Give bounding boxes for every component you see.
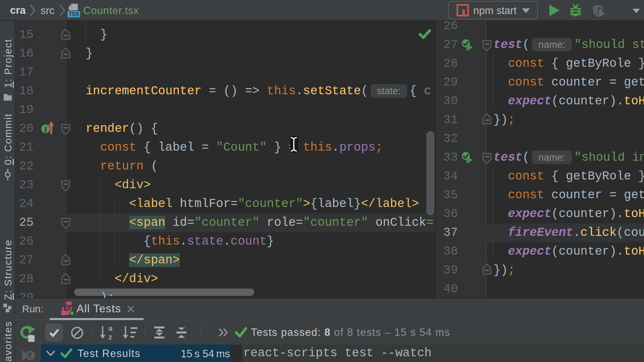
- svg-text:z: z: [109, 333, 112, 340]
- svg-text:TSX: TSX: [68, 11, 79, 17]
- svg-text:I: I: [44, 125, 47, 134]
- svg-text:a: a: [108, 325, 113, 332]
